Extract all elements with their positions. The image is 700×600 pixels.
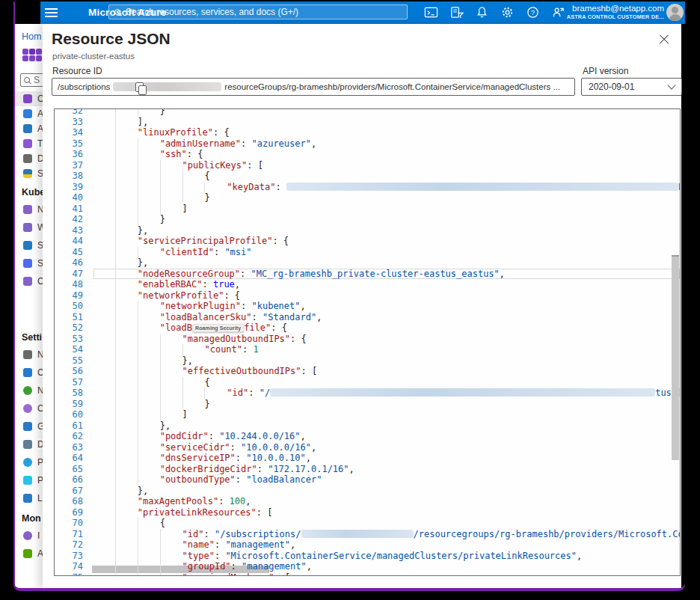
sidebar-item-label: W: [37, 222, 43, 233]
sidebar-item-label: S: [37, 168, 43, 179]
directories-filter-icon[interactable]: [449, 5, 464, 19]
vertical-scrollbar-thumb[interactable]: [672, 255, 679, 460]
resource-id-input[interactable]: /subscriptions resourceGroups/rg-bramesh…: [52, 78, 575, 96]
code-line-65: 65"dockerBridgeCidr": "172.17.0.1/16",: [55, 464, 680, 475]
json-code-viewer[interactable]: 32}33],34"linuxProfile": {35"adminUserna…: [54, 108, 681, 576]
topbar-icon-row: ?: [424, 5, 565, 19]
sidebar-item-cubes[interactable]: W: [15, 218, 43, 236]
code-line-36: 36"ssh": {: [55, 149, 680, 160]
help-icon[interactable]: ?: [526, 5, 540, 19]
sidebar-item-cluster[interactable]: O: [15, 91, 43, 106]
sidebar-item-shield[interactable]: S: [15, 166, 43, 181]
right-black-margin: [681, 24, 685, 588]
line-number: 68: [55, 496, 93, 507]
line-number: 38: [55, 171, 93, 182]
code-line-60: 60]: [55, 409, 680, 420]
close-icon[interactable]: [659, 34, 669, 45]
sidebar-item-people[interactable]: A: [15, 121, 43, 136]
sidebar-item-label: S: [37, 240, 43, 251]
code-line-40: 40}: [55, 192, 680, 203]
diamond-icon: [23, 404, 32, 413]
code-line-71: 71"id": "/subscriptions//resourcegroups/…: [55, 529, 680, 540]
code-line-57: 57{: [55, 377, 680, 388]
sidebar-item-network[interactable]: S: [15, 236, 43, 254]
line-number: 53: [55, 334, 93, 345]
copy-icon[interactable]: [135, 82, 144, 92]
sidebar-item-pages[interactable]: S: [15, 254, 43, 272]
account-directory: ASTRA CONTROL CUSTOMER DE...: [567, 13, 664, 21]
line-number: 39: [55, 182, 93, 193]
sidebar-item-lock[interactable]: L: [15, 489, 43, 507]
sidebar-item-book[interactable]: A: [15, 106, 43, 121]
line-number: 40: [55, 192, 93, 203]
disc-icon: [23, 458, 32, 467]
line-number: 60: [55, 409, 93, 420]
line-number: 50: [55, 301, 93, 312]
account-info[interactable]: brameshb@netapp.com ASTRA CONTROL CUSTOM…: [567, 4, 664, 21]
sidebar-item-bulb[interactable]: I: [15, 527, 43, 545]
tag-icon: [23, 139, 32, 148]
alert-icon: [23, 549, 32, 558]
sidebar-item-wrench[interactable]: D: [15, 151, 43, 166]
sidebar-item-boxes[interactable]: D: [15, 435, 43, 453]
line-number: 51: [55, 312, 93, 323]
code-line-58: 58"id": "/tus_: [55, 388, 680, 399]
code-line-68: 68"maxAgentPools": 100,: [55, 496, 680, 507]
code-line-52: 52"loadBRoaming Securityfile": {: [55, 322, 680, 334]
code-line-41: 41]: [55, 203, 680, 215]
feedback-icon[interactable]: [551, 5, 565, 19]
line-number: 56: [55, 366, 93, 377]
globe-icon: [23, 386, 32, 395]
line-number: 47: [55, 269, 93, 280]
sliders-icon: [23, 476, 32, 485]
sidebar-item-label: L: [37, 493, 43, 503]
sidebar-item-label: D: [37, 153, 43, 164]
sidebar-item-folder[interactable]: N: [15, 200, 43, 218]
bulb-icon: [23, 531, 32, 540]
svg-text:?: ?: [531, 8, 535, 16]
sidebar-item-label: C: [37, 367, 43, 378]
code-line-73: 73"type": "Microsoft.ContainerService/ma…: [55, 551, 680, 562]
sidebar-item-label: I: [37, 530, 40, 541]
line-number: 74: [55, 561, 93, 572]
search-icon: [114, 9, 121, 16]
hamburger-menu-icon[interactable]: [45, 8, 58, 17]
sidebar-item-label: N: [37, 349, 43, 360]
line-number: 54: [55, 344, 93, 355]
sidebar-search-input[interactable]: S: [20, 73, 43, 87]
line-number: 67: [55, 486, 93, 497]
sidebar-item-label: P: [37, 457, 43, 468]
global-search-input[interactable]: Search resources, services, and docs (G+…: [108, 4, 408, 19]
azure-top-bar: Microsoft Azure Search resources, servic…: [15, 1, 685, 24]
sidebar-item-doc[interactable]: C: [15, 272, 43, 290]
line-number: 33: [55, 117, 93, 128]
notifications-icon[interactable]: [475, 5, 489, 19]
sidebar-item-branch[interactable]: G: [15, 417, 43, 435]
code-line-72: 72"name": "management",: [55, 539, 680, 551]
code-line-53: 53"managedOutboundIPs": {: [55, 334, 680, 345]
cluster-icon: [23, 94, 32, 103]
api-version-dropdown[interactable]: 2020-09-01: [581, 78, 682, 96]
sidebar-item-label: A: [37, 548, 43, 559]
breadcrumb[interactable]: Hom: [22, 31, 43, 42]
line-number: 49: [55, 290, 93, 301]
settings-icon[interactable]: [500, 5, 515, 19]
sidebar-item-briefcase[interactable]: C: [15, 364, 43, 382]
code-line-51: 51"loadBalancerSku": "Standard",: [55, 312, 680, 323]
line-number: 59: [55, 399, 93, 410]
sidebar-item-diamond[interactable]: O: [15, 400, 43, 417]
pages-icon: [23, 259, 32, 268]
sidebar-item-tag[interactable]: T: [15, 136, 43, 151]
sidebar-item-globe[interactable]: N: [15, 382, 43, 400]
sidebar-item-sliders[interactable]: P: [15, 471, 43, 489]
sidebar-item-nodes[interactable]: N: [15, 346, 43, 364]
line-number: 34: [55, 127, 93, 138]
line-number: 55: [55, 355, 93, 367]
sidebar-item-disc[interactable]: P: [15, 453, 43, 471]
line-number: 71: [55, 529, 93, 540]
avatar[interactable]: [666, 4, 684, 21]
cloud-shell-icon[interactable]: [424, 5, 438, 19]
sidebar-item-alert[interactable]: A: [15, 545, 43, 563]
code-line-54: 54"count": 1: [55, 344, 680, 355]
lock-icon: [23, 494, 32, 503]
